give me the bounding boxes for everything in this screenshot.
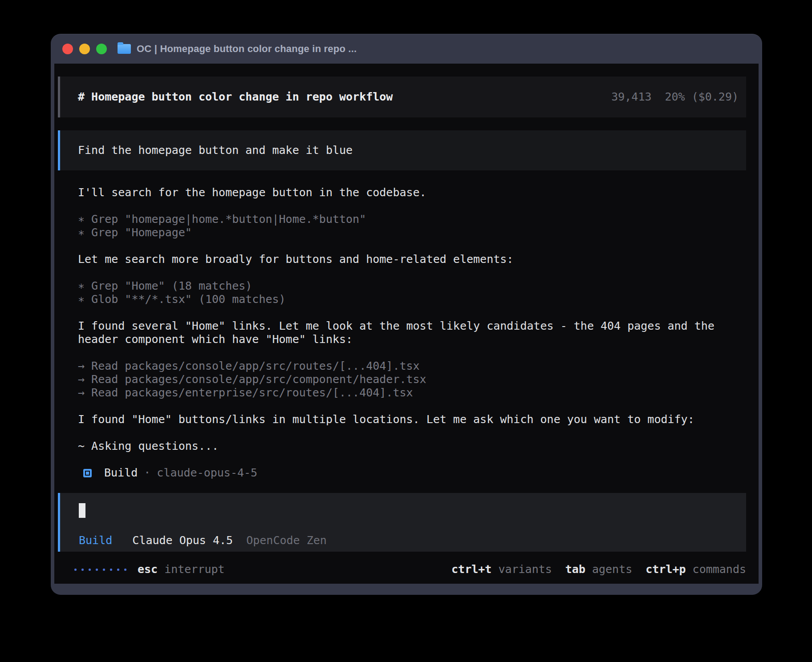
minimize-window-button[interactable]: [79, 44, 90, 54]
statusbar-right: ctrl+tvariants tabagents ctrl+pcommands: [451, 563, 746, 576]
session-stats: 39,41320%($0.29): [611, 90, 739, 104]
transcript-line: ∗ Grep "homepage|home.*button|Home.*butt…: [78, 213, 746, 226]
statusbar-left: escinterrupt: [74, 563, 225, 576]
transcript-line: ~ Asking questions...: [78, 440, 746, 453]
shortcut-key-label: tab: [565, 563, 585, 576]
context-percent: 20%: [665, 90, 685, 103]
transcript-line: I found "Home" buttons/links in multiple…: [78, 413, 746, 426]
transcript-paragraph: I found several "Home" links. Let me loo…: [78, 319, 746, 346]
prompt-input[interactable]: Build Claude Opus 4.5 OpenCode Zen: [58, 493, 746, 552]
statusbar-hint: tabagents: [565, 563, 632, 576]
agent-status-line: Build · claude-opus-4-5: [83, 466, 746, 480]
transcript-line: → Read packages/console/app/src/componen…: [78, 373, 746, 386]
transcript-line: ∗ Grep "Home" (18 matches): [78, 279, 746, 293]
session-cost: ($0.29): [692, 90, 739, 103]
transcript-line: → Read packages/console/app/src/routes/[…: [78, 359, 746, 373]
statusbar-hint: ctrl+tvariants: [451, 563, 552, 576]
model-label[interactable]: Claude Opus 4.5: [132, 534, 233, 547]
shortcut-action-label: variants: [498, 563, 552, 576]
session-title: # Homepage button color change in repo w…: [78, 90, 393, 104]
agent-model: claude-opus-4-5: [157, 466, 257, 480]
transcript-line: → Read packages/enterprise/src/routes/[.…: [78, 386, 746, 400]
agent-separator: ·: [144, 466, 150, 480]
transcript-paragraph: ~ Asking questions...: [78, 440, 746, 453]
build-agent-icon: [83, 469, 92, 477]
statusbar-hint: ctrl+pcommands: [646, 563, 746, 576]
shortcut-action-label: commands: [693, 563, 746, 576]
window-title: OC | Homepage button color change in rep…: [137, 43, 357, 55]
transcript-line: I'll search for the homepage button in t…: [78, 186, 746, 199]
shortcut-key-label: ctrl+t: [451, 563, 491, 576]
terminal-content: # Homepage button color change in repo w…: [54, 64, 759, 584]
assistant-transcript: I'll search for the homepage button in t…: [78, 186, 746, 453]
zoom-window-button[interactable]: [96, 44, 107, 54]
user-message-text: Find the homepage button and make it blu…: [78, 144, 353, 157]
interrupt-hint: escinterrupt: [138, 563, 225, 576]
transcript-paragraph: Let me search more broadly for buttons a…: [78, 253, 746, 266]
transcript-paragraph: → Read packages/console/app/src/routes/[…: [78, 359, 746, 400]
transcript-line: ∗ Glob "**/*.tsx" (100 matches): [78, 293, 746, 306]
text-cursor[interactable]: [79, 503, 85, 518]
interrupt-label: interrupt: [164, 563, 224, 576]
agent-mode-label[interactable]: Build: [79, 534, 112, 547]
transcript-line: I found several "Home" links. Let me loo…: [78, 319, 746, 346]
transcript-paragraph: I found "Home" buttons/links in multiple…: [78, 413, 746, 426]
shortcut-action-label: agents: [592, 563, 632, 576]
esc-key-label: esc: [138, 563, 158, 576]
user-message: Find the homepage button and make it blu…: [58, 130, 746, 170]
provider-label: OpenCode Zen: [246, 534, 327, 547]
spinner-dots-icon: [74, 569, 126, 571]
agent-name: Build: [104, 466, 138, 480]
close-window-button[interactable]: [62, 44, 73, 54]
transcript-paragraph: I'll search for the homepage button in t…: [78, 186, 746, 199]
window-titlebar[interactable]: OC | Homepage button color change in rep…: [51, 34, 762, 64]
status-bar: escinterrupt ctrl+tvariants tabagents ct…: [58, 563, 746, 576]
input-meta-row: Build Claude Opus 4.5 OpenCode Zen: [79, 534, 728, 547]
shortcut-key-label: ctrl+p: [646, 563, 686, 576]
transcript-line: Let me search more broadly for buttons a…: [78, 253, 746, 266]
transcript-paragraph: ∗ Grep "Home" (18 matches) ∗ Glob "**/*.…: [78, 279, 746, 306]
terminal-window: OC | Homepage button color change in rep…: [51, 34, 762, 595]
transcript-line: ∗ Grep "Homepage": [78, 226, 746, 239]
folder-icon: [118, 44, 131, 54]
token-count: 39,413: [611, 90, 651, 103]
transcript-paragraph: ∗ Grep "homepage|home.*button|Home.*butt…: [78, 213, 746, 239]
session-header: # Homepage button color change in repo w…: [58, 77, 746, 117]
